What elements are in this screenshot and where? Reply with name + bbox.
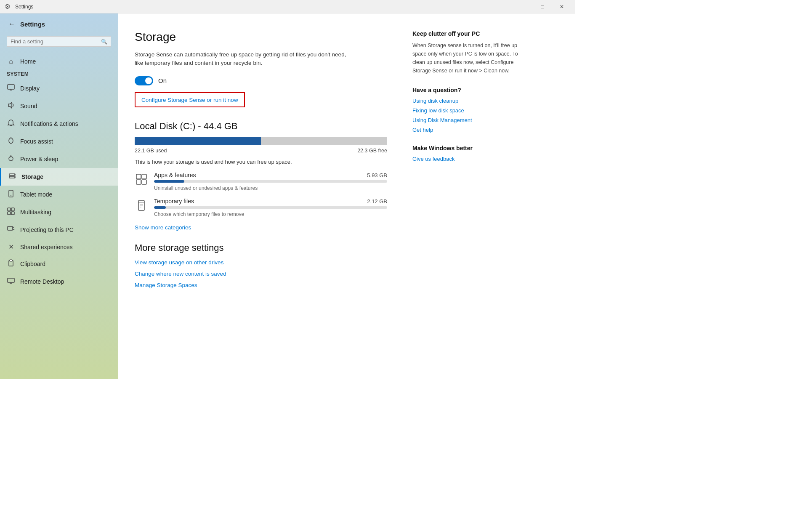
app-container: ← Settings 🔍 ⌂ Home System Display Sound xyxy=(0,13,575,379)
sidebar-power-label: Power & sleep xyxy=(20,156,58,162)
sidebar-remote-label: Remote Desktop xyxy=(20,278,64,285)
temp-name: Temporary files xyxy=(154,198,194,205)
maximize-button[interactable]: □ xyxy=(533,0,552,13)
svg-rect-20 xyxy=(10,260,12,261)
sidebar-item-notifications[interactable]: Notifications & actions xyxy=(0,115,118,133)
sidebar-item-multitasking[interactable]: Multitasking xyxy=(0,203,118,221)
content-main: Storage Storage Sense can automatically … xyxy=(135,30,387,362)
apps-icon xyxy=(135,173,148,186)
category-temp[interactable]: Temporary files 2.12 GB Choose which tem… xyxy=(135,198,387,217)
svg-point-11 xyxy=(11,195,11,196)
using-disk-management-link[interactable]: Using Disk Management xyxy=(412,117,530,123)
show-more-link[interactable]: Show more categories xyxy=(135,224,191,231)
configure-storage-link[interactable]: Configure Storage Sense or run it now xyxy=(141,97,238,103)
give-feedback-link[interactable]: Give us feedback xyxy=(412,156,530,162)
notifications-icon xyxy=(7,119,15,128)
sidebar-section-system: System xyxy=(0,69,118,80)
sidebar-item-power[interactable]: Power & sleep xyxy=(0,150,118,168)
sidebar-shared-label: Shared experiences xyxy=(20,244,73,250)
search-box: 🔍 xyxy=(7,36,111,47)
svg-rect-21 xyxy=(8,278,14,282)
manage-spaces-link[interactable]: Manage Storage Spaces xyxy=(135,282,387,288)
svg-point-9 xyxy=(14,177,15,178)
disk-free-label: 22.3 GB free xyxy=(357,148,387,154)
focus-icon xyxy=(7,137,15,146)
disk-title: Local Disk (C:) - 44.4 GB xyxy=(135,121,387,132)
disk-bar xyxy=(135,137,387,145)
apps-header: Apps & features 5.93 GB xyxy=(154,172,387,178)
sidebar: ← Settings 🔍 ⌂ Home System Display Sound xyxy=(0,13,118,379)
close-button[interactable]: ✕ xyxy=(552,0,571,13)
apps-size: 5.93 GB xyxy=(367,172,387,178)
toggle-row: On xyxy=(135,76,387,85)
make-windows-better-title: Make Windows better xyxy=(412,145,530,152)
view-storage-link[interactable]: View storage usage on other drives xyxy=(135,259,387,266)
sidebar-projecting-label: Projecting to this PC xyxy=(20,226,74,233)
temp-sub: Choose which temporary files to remove xyxy=(154,211,244,217)
sidebar-item-projecting[interactable]: Projecting to this PC xyxy=(0,221,118,239)
display-icon xyxy=(7,84,15,93)
content-area: Storage Storage Sense can automatically … xyxy=(118,13,575,379)
using-disk-cleanup-link[interactable]: Using disk cleanup xyxy=(412,98,530,104)
svg-marker-3 xyxy=(8,102,12,108)
sidebar-item-storage[interactable]: Storage xyxy=(0,168,118,186)
more-storage-title: More storage settings xyxy=(135,242,387,253)
disk-bar-used xyxy=(135,137,261,145)
apps-bar-fill xyxy=(154,180,184,183)
sidebar-display-label: Display xyxy=(20,85,40,92)
sidebar-item-display[interactable]: Display xyxy=(0,80,118,97)
toggle-label: On xyxy=(158,77,167,84)
have-question-section: Have a question? Using disk cleanup Fixi… xyxy=(412,87,530,133)
tablet-icon xyxy=(7,190,15,199)
storage-sense-description: Storage Sense can automatically free up … xyxy=(135,51,354,68)
sidebar-item-shared[interactable]: ✕ Shared experiences xyxy=(0,239,118,255)
sidebar-home-label: Home xyxy=(20,58,36,65)
category-apps[interactable]: Apps & features 5.93 GB Uninstall unused… xyxy=(135,172,387,191)
sidebar-header: ← Settings xyxy=(0,13,118,35)
sidebar-item-focus[interactable]: Focus assist xyxy=(0,133,118,150)
sound-icon xyxy=(7,101,15,111)
svg-rect-28 xyxy=(138,200,144,210)
storage-icon xyxy=(8,172,16,181)
minimize-button[interactable]: – xyxy=(513,0,533,13)
back-button[interactable]: ← xyxy=(7,19,17,29)
sidebar-item-clipboard[interactable]: Clipboard xyxy=(0,255,118,273)
svg-rect-25 xyxy=(142,174,146,179)
change-content-link[interactable]: Change where new content is saved xyxy=(135,271,387,277)
temp-bar-fill xyxy=(154,206,166,209)
disk-usage-desc: This is how your storage is used and how… xyxy=(135,159,387,165)
svg-rect-27 xyxy=(142,180,146,184)
sidebar-notifications-label: Notifications & actions xyxy=(20,120,78,127)
sidebar-item-remote[interactable]: Remote Desktop xyxy=(0,273,118,290)
settings-icon: ⚙ xyxy=(3,3,12,11)
content-sidebar: Keep clutter off your PC When Storage se… xyxy=(412,30,530,362)
temp-header: Temporary files 2.12 GB xyxy=(154,198,387,205)
search-icon: 🔍 xyxy=(101,39,107,45)
keep-clutter-title: Keep clutter off your PC xyxy=(412,30,530,37)
have-question-title: Have a question? xyxy=(412,87,530,93)
remote-icon xyxy=(7,277,15,286)
sidebar-item-home[interactable]: ⌂ Home xyxy=(0,53,118,69)
temp-icon xyxy=(135,199,148,212)
page-title: Storage xyxy=(135,30,387,44)
sidebar-item-sound[interactable]: Sound xyxy=(0,97,118,115)
fixing-low-disk-link[interactable]: Fixing low disk space xyxy=(412,107,530,114)
keep-clutter-section: Keep clutter off your PC When Storage se… xyxy=(412,30,530,75)
svg-rect-15 xyxy=(11,212,14,215)
sidebar-clipboard-label: Clipboard xyxy=(20,261,45,267)
sidebar-focus-label: Focus assist xyxy=(20,138,53,145)
temp-size: 2.12 GB xyxy=(367,198,387,205)
storage-sense-toggle[interactable] xyxy=(135,76,153,85)
svg-point-8 xyxy=(14,174,15,175)
sidebar-item-tablet[interactable]: Tablet mode xyxy=(0,186,118,203)
temp-details: Temporary files 2.12 GB Choose which tem… xyxy=(154,198,387,217)
sidebar-storage-label: Storage xyxy=(21,173,43,180)
svg-rect-12 xyxy=(8,208,11,211)
search-input[interactable] xyxy=(11,38,98,45)
shared-icon: ✕ xyxy=(7,243,15,251)
clipboard-icon xyxy=(7,259,15,269)
get-help-link[interactable]: Get help xyxy=(412,127,530,133)
home-icon: ⌂ xyxy=(7,58,15,65)
projecting-icon xyxy=(7,225,15,234)
svg-rect-13 xyxy=(11,208,14,211)
